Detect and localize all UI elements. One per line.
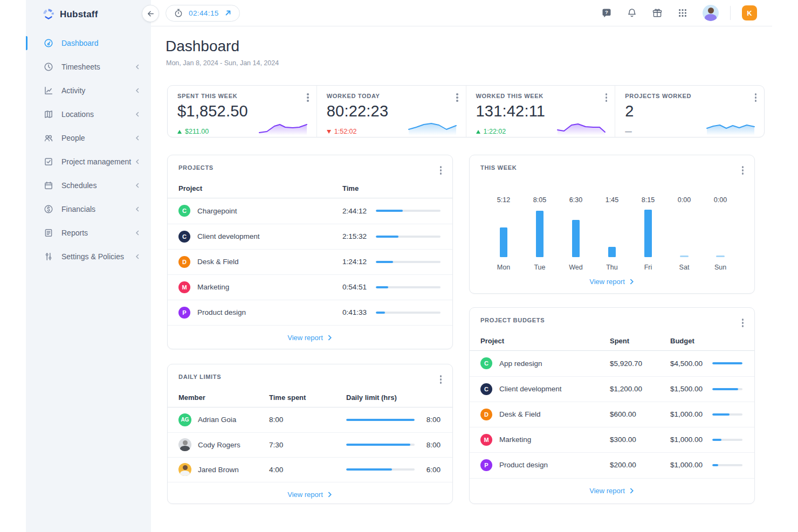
sidebar-item-people[interactable]: People <box>26 126 151 150</box>
budget-progress-bar <box>712 388 742 390</box>
stat-worked-this-week: WORKED THIS WEEK131:42:111:22:02 <box>466 86 615 137</box>
sidebar-item-dashboard[interactable]: Dashboard <box>26 31 151 55</box>
timer-widget[interactable]: 02:44:15 <box>166 5 240 22</box>
kebab-menu-icon[interactable] <box>752 91 760 105</box>
sidebar-collapse-button[interactable] <box>142 5 159 22</box>
kebab-menu-icon[interactable] <box>437 372 445 386</box>
member-row-adrian-goia[interactable]: AGAdrian Goia8:008:00 <box>168 407 452 432</box>
kebab-menu-icon[interactable] <box>739 316 747 330</box>
project-avatar: P <box>480 459 492 471</box>
chart-column-sun: 0:00Sun <box>709 196 732 271</box>
chart-bar[interactable] <box>644 210 652 257</box>
project-time: 2:15:32 <box>342 232 370 240</box>
budget-row-app-redesign[interactable]: CApp redesign$5,920.70$4,500.00 <box>470 351 754 376</box>
column-budget: Budget <box>670 337 742 345</box>
member-avatar: AG <box>178 413 191 426</box>
chevron-left-icon <box>135 112 140 117</box>
budget-amount: $4,500.00 <box>670 360 708 368</box>
kebab-menu-icon[interactable] <box>739 163 747 177</box>
apps-grid-icon[interactable] <box>677 8 688 18</box>
kebab-menu-icon[interactable] <box>602 91 611 105</box>
projects-card: PROJECTS Project Time CChargepoint2:44:1… <box>167 155 453 349</box>
view-report-link[interactable]: View report <box>470 478 754 503</box>
delta-up: $211.00 <box>177 128 209 135</box>
time-spent: 8:00 <box>269 416 346 424</box>
bar-value-label: 0:00 <box>714 196 727 205</box>
project-name: Marketing <box>197 283 342 291</box>
sidebar-item-reports[interactable]: Reports <box>26 221 151 245</box>
project-row-desk-field[interactable]: DDesk & Field1:24:12 <box>168 249 452 274</box>
hubstaff-logo-icon <box>42 8 55 21</box>
chart-bar[interactable] <box>500 227 507 257</box>
sidebar-item-timesheets[interactable]: Timesheets <box>26 55 151 79</box>
project-row-marketing[interactable]: MMarketing0:54:51 <box>168 274 452 300</box>
avatar-head <box>708 8 714 13</box>
sidebar-item-project-management[interactable]: Project management <box>26 150 151 174</box>
chart-bar-zero <box>716 255 725 257</box>
project-name: Desk & Field <box>499 410 610 418</box>
bar-value-label: 6:30 <box>569 196 582 205</box>
open-timer-icon[interactable] <box>224 9 232 17</box>
view-report-link[interactable]: View report <box>168 325 452 350</box>
project-row-client-development[interactable]: CClient development2:15:32 <box>168 224 452 249</box>
organization-badge[interactable]: K <box>742 5 757 20</box>
table-header: Project Time <box>168 181 452 198</box>
sidebar-item-financials[interactable]: Financials <box>26 197 151 221</box>
bar-value-label: 0:00 <box>678 196 691 205</box>
budget-row-desk-field[interactable]: DDesk & Field$600.00$1,000.00 <box>470 402 754 427</box>
stat-value: $1,852.50 <box>177 102 308 120</box>
project-row-chargepoint[interactable]: CChargepoint2:44:12 <box>168 198 452 224</box>
help-icon[interactable]: ? <box>601 8 612 18</box>
kebab-menu-icon[interactable] <box>453 91 462 105</box>
column-time: Time <box>342 184 441 192</box>
sparkline-chart <box>556 120 606 135</box>
column-project: Project <box>178 184 342 192</box>
project-avatar: C <box>178 231 190 243</box>
table-header: Member Time spent Daily limit (hrs) <box>168 390 452 407</box>
delta-value: 1:22:02 <box>484 128 506 135</box>
view-report-link[interactable]: View report <box>168 482 452 507</box>
project-row-product-design[interactable]: PProduct design0:41:33 <box>168 300 452 325</box>
kebab-menu-icon[interactable] <box>437 163 445 177</box>
sidebar-item-settings-policies[interactable]: Settings & Policies <box>26 245 151 268</box>
budget-progress-bar <box>712 439 742 441</box>
stat-value: 131:42:11 <box>476 102 607 120</box>
date-range: Mon, Jan 8, 2024 - Sun, Jan 14, 2024 <box>166 59 279 67</box>
sidebar-item-locations[interactable]: Locations <box>26 102 151 126</box>
stat-label: PROJECTS WORKED <box>625 93 755 99</box>
chart-bar[interactable] <box>536 211 544 257</box>
user-avatar[interactable] <box>703 5 719 21</box>
bell-icon[interactable] <box>627 8 637 18</box>
brand-logo[interactable]: Hubstaff <box>26 0 151 21</box>
view-report-label: View report <box>589 487 625 495</box>
budget-row-client-development[interactable]: CClient development$1,200.00$1,500.00 <box>470 376 754 402</box>
budget-row-product-design[interactable]: PProduct design$200.00$1,000.00 <box>470 452 754 478</box>
spent-amount: $5,920.70 <box>610 360 670 368</box>
view-report-link[interactable]: View report <box>470 272 754 293</box>
budget-row-marketing[interactable]: MMarketing$300.00$1,000.00 <box>470 427 754 452</box>
project-avatar: C <box>480 383 492 395</box>
member-row-cody-rogers[interactable]: Cody Rogers7:308:00 <box>168 432 452 457</box>
chart-column-thu: 1:45Thu <box>601 196 623 271</box>
stat-label: WORKED THIS WEEK <box>476 93 607 99</box>
chevron-left-icon <box>135 254 140 259</box>
sidebar-item-schedules[interactable]: Schedules <box>26 174 151 197</box>
topbar: 02:44:15 ? K <box>151 0 772 26</box>
chart-column-tue: 8:05Tue <box>528 196 551 271</box>
chart-bar[interactable] <box>608 247 616 257</box>
stat-projects-worked: PROJECTS WORKED2— <box>615 86 764 137</box>
sidebar-item-activity[interactable]: Activity <box>26 79 151 102</box>
kebab-menu-icon[interactable] <box>304 91 312 105</box>
delta-up: 1:22:02 <box>476 128 506 135</box>
gift-icon[interactable] <box>652 8 663 18</box>
chart-bar[interactable] <box>572 220 580 257</box>
bar-value-label: 1:45 <box>606 196 618 205</box>
stat-worked-today: WORKED TODAY80:22:231:52:02 <box>317 86 466 137</box>
project-name: Product design <box>499 461 610 469</box>
people-icon <box>44 133 53 143</box>
stat-spent-this-week: SPENT THIS WEEK$1,852.50$211.00 <box>168 86 317 137</box>
chevron-left-icon <box>135 88 140 93</box>
member-row-jared-brown[interactable]: Jared Brown4:006:00 <box>168 457 452 482</box>
day-label: Mon <box>497 264 510 271</box>
activity-icon <box>44 86 53 95</box>
